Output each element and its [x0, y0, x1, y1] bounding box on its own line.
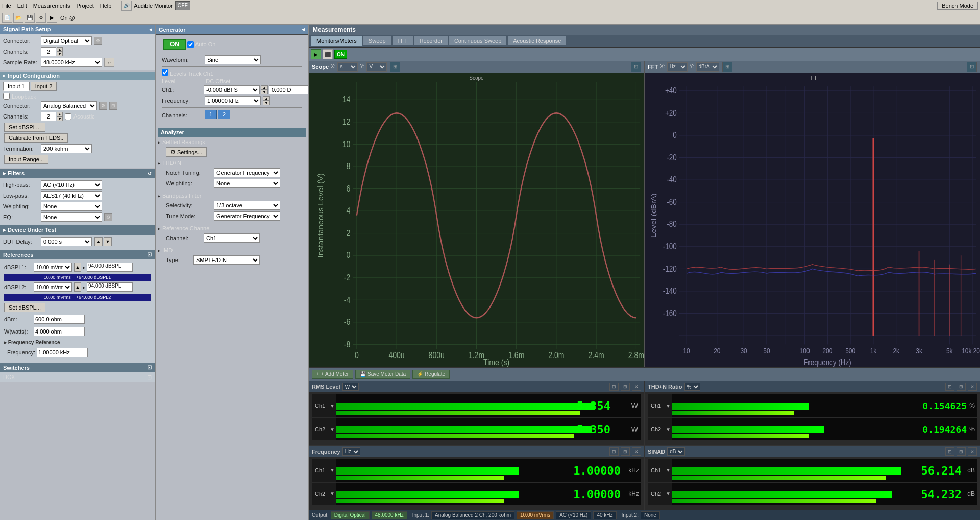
channels-spinner[interactable]: ▲ ▼	[41, 47, 63, 56]
sinad-maximize[interactable]: ⊞	[957, 447, 966, 456]
signal-path-expand[interactable]: ◂	[149, 27, 152, 32]
channels-down[interactable]: ▼	[57, 52, 63, 56]
open-btn[interactable]: 📂	[13, 13, 23, 23]
menu-help[interactable]: Help	[100, 3, 112, 9]
sinad-unit-select[interactable]: dB	[667, 447, 685, 456]
menu-measurements[interactable]: Measurements	[33, 3, 70, 9]
channels-spin-btns[interactable]: ▲ ▼	[57, 47, 63, 56]
selectivity-select[interactable]: 1/3 octave	[214, 201, 280, 210]
freq-unit-select[interactable]: Hz	[342, 447, 360, 456]
levels-track-checkbox[interactable]	[162, 69, 168, 76]
meas-on-badge[interactable]: ON	[334, 50, 347, 59]
eq-select[interactable]: None	[41, 212, 102, 222]
filters-reset[interactable]: ↺	[148, 171, 152, 176]
thd-close[interactable]: ✕	[968, 383, 977, 391]
channels2-down[interactable]: ▼	[57, 116, 63, 121]
scope-x-select[interactable]: s	[337, 62, 358, 72]
sample-rate-btn[interactable]: ↔	[104, 58, 114, 67]
termination-select[interactable]: 200 kohm	[41, 144, 92, 153]
ref-channel-header-row[interactable]: ▸ Reference Channel	[158, 225, 306, 231]
imd-header-row[interactable]: ▸ IMD	[158, 247, 306, 253]
tab-acoustic-response[interactable]: Acoustic Response	[507, 36, 567, 46]
calibrate-teds-btn[interactable]: Calibrate from TEDS..	[4, 133, 68, 143]
eq-gear[interactable]: ⚙	[104, 213, 112, 221]
channels2-input[interactable]	[41, 112, 56, 121]
channels2-spinner[interactable]: ▲ ▼	[41, 112, 63, 121]
menu-project[interactable]: Project	[76, 3, 93, 9]
connector-gear[interactable]: ⚙	[94, 37, 102, 45]
thd-maximize[interactable]: ⊞	[957, 383, 966, 391]
scope-expand-btn[interactable]: ⊡	[631, 62, 641, 72]
freq-ch2-arrow[interactable]: ▼	[330, 491, 336, 497]
references-expand[interactable]: ⊡	[147, 251, 152, 258]
bandpass-header-row[interactable]: ▸ Bandpass Filter	[158, 193, 306, 199]
waveform-select[interactable]: Sine	[205, 55, 261, 64]
tab-sweep[interactable]: Sweep	[363, 36, 391, 46]
acoustic-checkbox[interactable]	[65, 113, 71, 120]
fft-expand-btn[interactable]: ⊡	[967, 62, 977, 72]
channels-input[interactable]	[41, 47, 56, 56]
switchers-expand[interactable]: ⊡	[147, 364, 152, 371]
menu-edit[interactable]: Edit	[17, 3, 27, 9]
menu-file[interactable]: File	[2, 3, 11, 9]
tab-continuous-sweep[interactable]: Continuous Sweep	[449, 36, 507, 46]
fft-x-select[interactable]: Hz	[667, 62, 688, 72]
ch1-level-btns[interactable]: ▲ ▼	[261, 85, 268, 94]
loopback-checkbox[interactable]	[3, 93, 10, 100]
connector-select[interactable]: Digital Optical	[41, 36, 92, 45]
freq-ch1-arrow[interactable]: ▼	[330, 467, 336, 473]
dbspl2-up[interactable]: ▲	[74, 282, 81, 292]
rms-maximize[interactable]: ⊞	[621, 383, 630, 391]
set-dbspl-btn[interactable]: Set dBSPL...	[4, 123, 45, 132]
highpass-select[interactable]: AC (<10 Hz)	[41, 180, 102, 190]
freq-ref-input[interactable]	[37, 348, 88, 357]
notch-tuning-select[interactable]: Generator Frequency	[214, 168, 280, 177]
freq-maximize[interactable]: ⊞	[621, 447, 630, 456]
freq-down[interactable]: ▼	[263, 101, 270, 105]
rms-unit-select[interactable]: W	[342, 383, 359, 391]
connector2-gear2[interactable]: ⊞	[109, 102, 117, 110]
ref-ch-select[interactable]: Ch1	[204, 233, 260, 243]
auto-on-checkbox[interactable]	[187, 41, 194, 48]
tab-recorder[interactable]: Recorder	[414, 36, 448, 46]
thd-ch1-arrow[interactable]: ▼	[666, 403, 672, 409]
ch1-level-down[interactable]: ▼	[261, 90, 268, 94]
lowpass-select[interactable]: AES17 (40 kHz)	[41, 191, 102, 200]
freq-expand[interactable]: ⊡	[609, 447, 619, 456]
save-btn[interactable]: 💾	[24, 13, 35, 23]
watts-input[interactable]	[34, 327, 85, 336]
regulate-btn[interactable]: ⚡ Regulate	[412, 370, 450, 379]
input-config-header[interactable]: Input Configuration	[0, 72, 155, 80]
generator-expand[interactable]: ◂	[302, 26, 305, 33]
channels-up[interactable]: ▲	[57, 47, 63, 52]
weighting-select[interactable]: None	[41, 202, 102, 211]
thd-expand[interactable]: ⊡	[945, 383, 954, 391]
dut-header[interactable]: ▸ Device Under Test	[0, 225, 155, 235]
thd-unit-select[interactable]: %	[684, 383, 700, 391]
ch1-dc-select[interactable]: 0.000 D	[269, 85, 309, 94]
rms-expand[interactable]: ⊡	[609, 383, 619, 391]
frequency-select[interactable]: 1.00000 kHz	[205, 96, 261, 105]
dbspl1-up[interactable]: ▲	[74, 263, 81, 272]
new-btn[interactable]: 📄	[2, 13, 12, 23]
set-dbspl-ref-btn[interactable]: Set dBSPL...	[4, 303, 45, 312]
ch2-btn[interactable]: 2	[218, 110, 230, 119]
channels2-spin-btns[interactable]: ▲ ▼	[57, 112, 63, 121]
frequency-btns[interactable]: ▲ ▼	[263, 96, 270, 105]
dut-delay-down[interactable]: ▼	[104, 237, 112, 246]
input1-tab[interactable]: Input 1	[3, 82, 30, 91]
dcx-expand[interactable]: ⊡	[147, 374, 152, 381]
dbspl2-input-select[interactable]: 10.00 mVrms	[34, 282, 72, 292]
settled-readings-row[interactable]: ▸ Settled Readings	[158, 139, 306, 145]
fft-settings-btn[interactable]: ⊞	[722, 62, 732, 72]
dbspl1-btns[interactable]: ▲	[74, 263, 81, 272]
weighting-analyzer-select[interactable]: None	[214, 179, 280, 188]
rms-ch1-arrow[interactable]: ▼	[330, 403, 336, 409]
input-range-btn[interactable]: Input Range...	[4, 155, 48, 164]
audible-monitor-toggle[interactable]: OFF	[175, 1, 190, 10]
add-meter-btn[interactable]: + + Add Meter	[312, 370, 353, 379]
ch1-btn[interactable]: 1	[205, 110, 217, 119]
run-meas-btn[interactable]: ▶	[311, 49, 321, 59]
channels2-up[interactable]: ▲	[57, 112, 63, 116]
rms-ch2-arrow[interactable]: ▼	[330, 427, 336, 432]
